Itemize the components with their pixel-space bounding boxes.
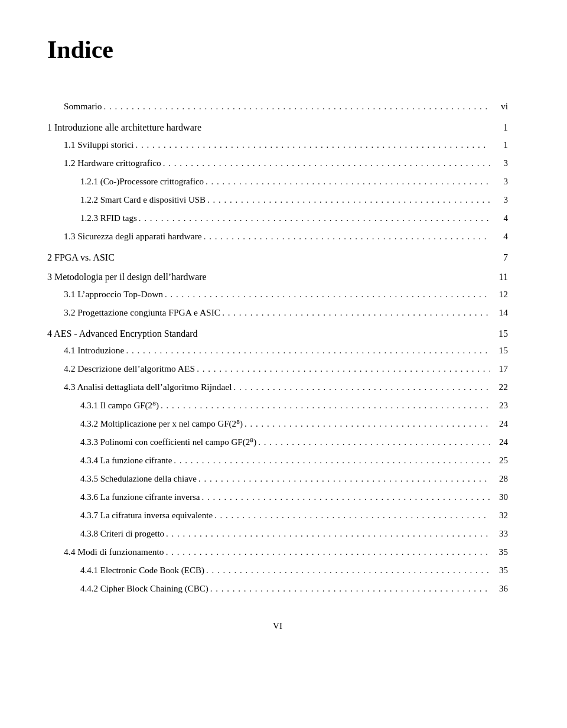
toc-label: 4.3.6 La funzione cifrante inversa — [80, 490, 200, 504]
toc-page-number: 32 — [494, 508, 508, 522]
toc-label: 4.3.3 Polinomi con coefficienti nel camp… — [80, 435, 256, 449]
toc-page-number: 3 — [494, 193, 508, 207]
toc-label: 1.2.2 Smart Card e dispositivi USB — [80, 193, 206, 207]
toc-entry-subsection: 4.4.2 Cipher Block Chaining (CBC). . . .… — [47, 581, 508, 597]
toc-page-number: 24 — [494, 435, 508, 449]
toc-entry-section: 4.3 Analisi dettagliata dell’algoritmo R… — [47, 380, 508, 396]
toc-label: 1.2.1 (Co-)Processore crittografico — [80, 174, 204, 188]
toc-page-number: 4 — [494, 211, 508, 225]
toc-page-number: 3 — [494, 174, 508, 188]
toc-entry-subsection: 4.3.4 La funzione cifrante. . . . . . . … — [47, 453, 508, 469]
toc-dots: . . . . . . . . . . . . . . . . . . . . … — [104, 99, 490, 115]
toc-page-number: 4 — [494, 229, 508, 244]
toc-entry-subsection: 1.2.2 Smart Card e dispositivi USB. . . … — [47, 193, 508, 209]
toc-dots: . . . . . . . . . . . . . . . . . . . . … — [207, 193, 490, 209]
toc-page-number: 7 — [494, 250, 508, 265]
page-title: Indice — [47, 35, 508, 64]
toc-entry-chapter: 3 Metodologia per il design dell’hardwar… — [47, 269, 508, 285]
toc-label: 3 Metodologia per il design dell’hardwar… — [47, 269, 207, 285]
toc-label: 4.4.1 Electronic Code Book (ECB) — [80, 563, 204, 577]
toc-page-number: 23 — [494, 398, 508, 412]
toc-entry-section: Sommario. . . . . . . . . . . . . . . . … — [47, 99, 508, 115]
toc-label: 4.3.2 Moltiplicazione per x nel campo GF… — [80, 417, 243, 431]
toc-dots: . . . . . . . . . . . . . . . . . . . . … — [206, 563, 490, 579]
toc-page-number: 1 — [494, 138, 508, 152]
toc-page-number: 30 — [494, 490, 508, 504]
toc-page-number: 35 — [494, 545, 508, 560]
toc-page-number: 28 — [494, 472, 508, 486]
toc-entry-subsection: 4.3.7 La cifratura inversa equivalente. … — [47, 508, 508, 524]
toc-page-number: 12 — [494, 287, 508, 302]
toc-dots: . . . . . . . . . . . . . . . . . . . . … — [126, 343, 490, 359]
toc-dots: . . . . . . . . . . . . . . . . . . . . … — [245, 417, 490, 433]
toc-label: 3.1 L’approccio Top-Down — [64, 287, 163, 302]
toc-entry-chapter: 1 Introduzione alle architetture hardwar… — [47, 120, 508, 135]
toc-entry-subsection: 4.3.6 La funzione cifrante inversa. . . … — [47, 490, 508, 506]
toc-label: 4.3.8 Criteri di progetto — [80, 526, 164, 541]
toc-page-number: 35 — [494, 563, 508, 577]
toc-label: 1.2.3 RFID tags — [80, 211, 137, 225]
toc-dots: . . . . . . . . . . . . . . . . . . . . … — [214, 508, 490, 524]
toc-entry-section: 4.2 Descrizione dell’algoritmo AES. . . … — [47, 362, 508, 378]
table-of-contents: Sommario. . . . . . . . . . . . . . . . … — [47, 99, 508, 597]
toc-dots: . . . . . . . . . . . . . . . . . . . . … — [258, 435, 490, 451]
toc-page-number: 25 — [494, 453, 508, 467]
toc-dots: . . . . . . . . . . . . . . . . . . . . … — [166, 526, 490, 542]
toc-dots: . . . . . . . . . . . . . . . . . . . . … — [165, 287, 490, 303]
toc-label: 2 FPGA vs. ASIC — [47, 250, 115, 265]
toc-page-number: 3 — [494, 156, 508, 171]
toc-dots: . . . . . . . . . . . . . . . . . . . . … — [222, 306, 490, 321]
toc-label: 3.2 Progettazione congiunta FPGA e ASIC — [64, 306, 220, 320]
toc-dots: . . . . . . . . . . . . . . . . . . . . … — [204, 229, 490, 245]
toc-dots: . . . . . . . . . . . . . . . . . . . . … — [206, 174, 490, 190]
toc-entry-subsection: 4.3.2 Moltiplicazione per x nel campo GF… — [47, 417, 508, 433]
toc-entry-subsection: 4.3.1 Il campo GF(2⁸). . . . . . . . . .… — [47, 398, 508, 414]
toc-dots: . . . . . . . . . . . . . . . . . . . . … — [234, 380, 490, 396]
toc-entry-subsection: 4.3.3 Polinomi con coefficienti nel camp… — [47, 435, 508, 451]
toc-page-number: 17 — [494, 362, 508, 376]
toc-entry-section: 1.1 Sviluppi storici. . . . . . . . . . … — [47, 138, 508, 154]
page-footer: VI — [47, 621, 508, 631]
toc-entry-subsection: 4.3.8 Criteri di progetto. . . . . . . .… — [47, 526, 508, 542]
toc-dots: . . . . . . . . . . . . . . . . . . . . … — [197, 362, 490, 378]
toc-page-number: 22 — [494, 380, 508, 395]
toc-entry-subsection: 1.2.1 (Co-)Processore crittografico. . .… — [47, 174, 508, 190]
toc-label: 4.4.2 Cipher Block Chaining (CBC) — [80, 581, 208, 596]
toc-entry-section: 3.2 Progettazione congiunta FPGA e ASIC.… — [47, 306, 508, 321]
toc-dots: . . . . . . . . . . . . . . . . . . . . … — [174, 453, 490, 469]
toc-page-number: vi — [494, 99, 508, 114]
toc-dots: . . . . . . . . . . . . . . . . . . . . … — [210, 581, 490, 597]
toc-label: 4.3.7 La cifratura inversa equivalente — [80, 508, 213, 522]
toc-label: 1.2 Hardware crittografico — [64, 156, 161, 171]
toc-label: 1.1 Sviluppi storici — [64, 138, 133, 152]
toc-entry-subsection: 4.4.1 Electronic Code Book (ECB). . . . … — [47, 563, 508, 579]
toc-page-number: 11 — [494, 269, 508, 285]
toc-label: 4.3.5 Schedulazione della chiave — [80, 472, 197, 486]
toc-page-number: 24 — [494, 417, 508, 431]
toc-label: 4.3.1 Il campo GF(2⁸) — [80, 398, 159, 412]
toc-dots: . . . . . . . . . . . . . . . . . . . . … — [166, 545, 490, 561]
toc-dots: . . . . . . . . . . . . . . . . . . . . … — [161, 398, 490, 414]
toc-label: 4 AES - Advanced Encryption Standard — [47, 326, 198, 342]
toc-page-number: 33 — [494, 526, 508, 541]
toc-entry-section: 1.3 Sicurezza degli apparati hardware. .… — [47, 229, 508, 245]
toc-page-number: 36 — [494, 581, 508, 596]
toc-label: 1.3 Sicurezza degli apparati hardware — [64, 229, 202, 244]
toc-label: 4.3 Analisi dettagliata dell’algoritmo R… — [64, 380, 232, 395]
toc-entry-section: 1.2 Hardware crittografico. . . . . . . … — [47, 156, 508, 172]
toc-page-number: 15 — [494, 326, 508, 342]
toc-dots: . . . . . . . . . . . . . . . . . . . . … — [135, 138, 490, 154]
toc-page-number: 15 — [494, 343, 508, 358]
toc-entry-subsection: 1.2.3 RFID tags. . . . . . . . . . . . .… — [47, 211, 508, 227]
toc-label: 4.1 Introduzione — [64, 343, 124, 358]
toc-entry-chapter: 4 AES - Advanced Encryption Standard15 — [47, 326, 508, 342]
toc-dots: . . . . . . . . . . . . . . . . . . . . … — [198, 472, 490, 488]
toc-page-number: 14 — [494, 306, 508, 320]
footer-text: VI — [273, 621, 282, 630]
toc-entry-section: 3.1 L’approccio Top-Down. . . . . . . . … — [47, 287, 508, 303]
toc-label: Sommario — [64, 99, 102, 114]
toc-entry-chapter: 2 FPGA vs. ASIC7 — [47, 250, 508, 265]
toc-dots: . . . . . . . . . . . . . . . . . . . . … — [201, 490, 490, 506]
toc-dots: . . . . . . . . . . . . . . . . . . . . … — [163, 156, 490, 172]
toc-label: 4.3.4 La funzione cifrante — [80, 453, 172, 467]
